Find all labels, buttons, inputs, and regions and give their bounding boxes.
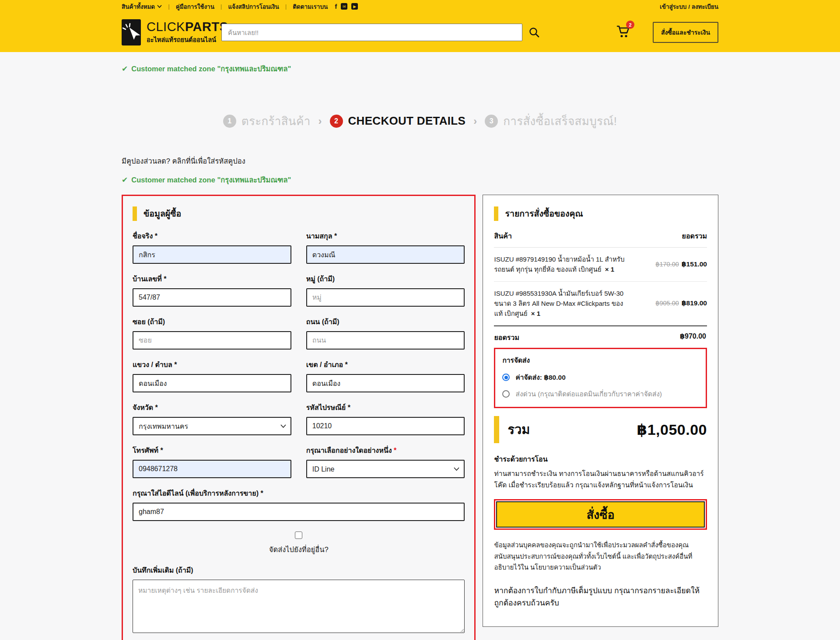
cart-count-badge: 2 bbox=[626, 21, 634, 29]
phone-input[interactable] bbox=[133, 460, 291, 478]
district-input[interactable] bbox=[306, 374, 465, 392]
zone-matched-notice: ✔ Customer matched zone "กรุงเทพและปริมณ… bbox=[122, 174, 718, 185]
shipping-express-label: ส่งด่วน (กรุณาติดต่อแอดมินเกี่ยวกับราคาค… bbox=[515, 388, 662, 399]
payment-method-description: ท่านสามารถชำระเงิน ทางการโอนเงินผ่านธนาค… bbox=[494, 468, 707, 490]
radio-unselected-icon[interactable] bbox=[502, 390, 510, 398]
coupon-toggle-link[interactable]: มีคูปองส่วนลด? คลิกที่นี่เพื่อใส่รหัสคูป… bbox=[122, 155, 718, 167]
check-icon: ✔ bbox=[122, 175, 128, 185]
road-input[interactable] bbox=[306, 331, 465, 350]
privacy-notice: ข้อมูลส่วนบุคคลของคุณจะถูกนำมาใช้เพื่อปร… bbox=[494, 539, 707, 573]
site-header: CLICKPARTS อะไหล่แท้รถยนต์ออนไลน์ 2 สั่ง… bbox=[0, 13, 840, 52]
nav-all-products-label: สินค้าทั้งหมด bbox=[122, 2, 155, 11]
check-icon: ✔ bbox=[122, 64, 128, 73]
order-item-name: ISUZU #8979149190 น้ำยาหม้อน้ำ 1L สำหรับ… bbox=[494, 254, 626, 275]
province-select[interactable]: กรุงเทพมหานคร bbox=[133, 417, 291, 435]
payment-method-title: ชำระด้วยการโอน bbox=[494, 454, 707, 465]
notes-label: บันทึกเพิ่มเติม (ถ้ามี) bbox=[133, 565, 465, 576]
order-item-price: ฿905.00฿819.00 bbox=[655, 299, 707, 307]
zone-matched-notice: ✔ Customer matched zone "กรุงเทพและปริมณ… bbox=[122, 63, 718, 74]
zone-matched-text: Customer matched zone "กรุงเทพและปริมณฑล… bbox=[131, 174, 291, 185]
shipping-express-option[interactable]: ส่งด่วน (กรุณาติดต่อแอดมินเกี่ยวกับราคาค… bbox=[502, 388, 699, 399]
step-1-circle: 1 bbox=[223, 115, 236, 128]
place-order-button[interactable]: สั่งซื้อ bbox=[496, 501, 705, 528]
billing-title: ข้อมูลผู้ซื้อ bbox=[144, 207, 181, 220]
cart-button[interactable]: 2 bbox=[616, 25, 633, 40]
phone-label: โทรศัพท์ * bbox=[133, 445, 291, 456]
moo-input[interactable] bbox=[306, 288, 465, 307]
nav-all-products[interactable]: สินค้าทั้งหมด bbox=[122, 2, 162, 11]
search-input[interactable] bbox=[221, 24, 522, 41]
ship-to-different-address[interactable]: จัดส่งไปยังที่อยู่อื่น? bbox=[133, 532, 465, 555]
contact-choice-label: กรุณาเลือกอย่างใดอย่างหนึ่ง * bbox=[306, 445, 465, 456]
search-icon[interactable] bbox=[528, 27, 540, 38]
nav-user-guide[interactable]: คู่มือการใช้งาน bbox=[176, 2, 214, 11]
step-separator-icon: › bbox=[473, 115, 477, 127]
subdistrict-label: แขวง / ตำบล * bbox=[133, 359, 291, 370]
order-table-header: สินค้า ยอดรวม bbox=[494, 231, 707, 248]
radio-selected-icon[interactable] bbox=[502, 374, 510, 381]
subtotal-label: ยอดรวม bbox=[494, 332, 519, 343]
district-label: เขต / อำเภอ * bbox=[306, 359, 465, 370]
old-price: ฿905.00 bbox=[655, 300, 679, 307]
step-1-label: ตระกร้าสินค้า bbox=[242, 112, 311, 130]
step-2-label: CHECKOUT DETAILS bbox=[348, 114, 466, 128]
line-id-label: กรุณาใส่ไอดีไลน์ (เพื่อบริการหลังการขาย)… bbox=[133, 488, 465, 499]
billing-form-section: ข้อมูลผู้ซื้อ ชื่อจริง * นามสกุล * บ้านเ… bbox=[122, 195, 476, 640]
last-name-input[interactable] bbox=[306, 245, 465, 264]
accent-bar bbox=[494, 416, 499, 443]
ship-elsewhere-label: จัดส่งไปยังที่อยู่อื่น? bbox=[269, 544, 329, 555]
sale-price: ฿151.00 bbox=[682, 260, 707, 268]
youtube-icon[interactable]: ▶ bbox=[351, 3, 358, 10]
step-2-circle: 2 bbox=[330, 115, 343, 128]
zone-matched-text: Customer matched zone "กรุงเทพและปริมณฑล… bbox=[131, 63, 291, 74]
subtotal-value: ฿970.00 bbox=[680, 332, 706, 343]
brand-tagline: อะไหล่แท้รถยนต์ออนไลน์ bbox=[147, 35, 228, 45]
order-item-qty: × 1 bbox=[605, 266, 614, 273]
step-3-circle: 3 bbox=[485, 115, 498, 128]
accent-bar bbox=[494, 206, 498, 221]
sale-price: ฿819.00 bbox=[682, 299, 707, 307]
mail-icon[interactable]: ✉ bbox=[341, 3, 347, 10]
order-item-price: ฿170.00฿151.00 bbox=[655, 260, 707, 268]
first-name-input[interactable] bbox=[133, 245, 291, 264]
road-label: ถนน (ถ้ามี) bbox=[306, 316, 465, 327]
first-name-label: ชื่อจริง * bbox=[133, 231, 291, 241]
header-checkout-button[interactable]: สั่งซื้อและชำระเงิน bbox=[653, 22, 718, 43]
order-item-name: ISUZU #985531930A น้ำมันเกียร์เบอร์ 5W-3… bbox=[494, 288, 626, 319]
subtotal-row: ยอดรวม ฿970.00 bbox=[494, 325, 707, 348]
top-utility-bar: สินค้าทั้งหมด | คู่มือการใช้งาน | แจ้งสล… bbox=[0, 0, 840, 13]
total-column-header: ยอดรวม bbox=[682, 231, 707, 241]
nav-follow-us-label: ติดตามเราบน bbox=[293, 2, 328, 11]
order-summary-section: รายการสั่งซื้อของคุณ สินค้า ยอดรวม ISUZU… bbox=[483, 195, 718, 627]
top-nav: สินค้าทั้งหมด | คู่มือการใช้งาน | แจ้งสล… bbox=[122, 2, 358, 11]
brand-logo[interactable]: CLICKPARTS อะไหล่แท้รถยนต์ออนไลน์ bbox=[122, 19, 221, 45]
subdistrict-input[interactable] bbox=[133, 374, 291, 392]
accent-bar bbox=[133, 206, 137, 221]
product-column-header: สินค้า bbox=[494, 231, 511, 241]
last-name-label: นามสกุล * bbox=[306, 231, 465, 241]
chevron-down-icon bbox=[157, 5, 162, 8]
nav-divider: | bbox=[220, 3, 222, 10]
login-register-link[interactable]: เข้าสู่ระบบ / ลงทะเบียน bbox=[660, 2, 718, 11]
checkbox-icon[interactable] bbox=[295, 532, 302, 539]
order-item-row: ISUZU #8979149190 น้ำยาหม้อน้ำ 1L สำหรับ… bbox=[494, 248, 707, 282]
shipping-flat-rate-option[interactable]: ค่าจัดส่ง: ฿80.00 bbox=[502, 372, 699, 383]
order-notes-textarea[interactable] bbox=[133, 580, 465, 633]
house-no-input[interactable] bbox=[133, 288, 291, 307]
nav-transfer-slip[interactable]: แจ้งสลิปการโอนเงิน bbox=[228, 2, 279, 11]
old-price: ฿170.00 bbox=[655, 261, 679, 268]
order-total-row: รวม ฿1,050.00 bbox=[494, 416, 707, 443]
facebook-icon[interactable]: f bbox=[335, 3, 337, 10]
step-cart[interactable]: 1 ตระกร้าสินค้า bbox=[223, 112, 311, 130]
moo-label: หมู่ (ถ้ามี) bbox=[306, 273, 465, 284]
brand-name: CLICKPARTS bbox=[147, 20, 228, 33]
order-item-row: ISUZU #985531930A น้ำมันเกียร์เบอร์ 5W-3… bbox=[494, 282, 707, 326]
step-checkout-details[interactable]: 2 CHECKOUT DETAILS bbox=[330, 114, 466, 128]
total-value: ฿1,050.00 bbox=[637, 421, 707, 438]
contact-choice-select[interactable]: ID Line bbox=[306, 460, 465, 478]
postcode-input[interactable] bbox=[306, 417, 465, 435]
soi-input[interactable] bbox=[133, 331, 291, 350]
line-id-input[interactable] bbox=[133, 503, 465, 521]
step-3-label: การสั่งซื้อเสร็จสมบูรณ์! bbox=[503, 112, 617, 130]
tax-invoice-note: หากต้องการใบกำกับภาษีเต็มรูปแบบ กรุณากรอ… bbox=[494, 584, 707, 609]
